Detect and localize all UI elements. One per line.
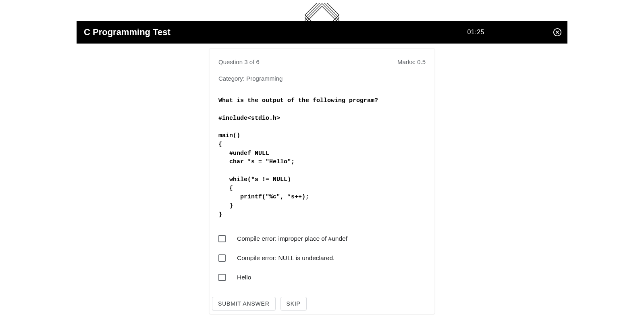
checkbox-icon[interactable] [218, 235, 226, 242]
card-footer: Submit Answer Skip [210, 293, 434, 314]
test-title: C Programming Test [77, 27, 467, 37]
answer-option[interactable]: Compile error: improper place of #undef [218, 229, 426, 248]
timer: 01:25 [467, 29, 484, 36]
checkbox-icon[interactable] [218, 274, 226, 281]
question-progress: Question 3 of 6 [218, 58, 260, 65]
option-label: Compile error: improper place of #undef [237, 235, 347, 242]
answer-options: Compile error: improper place of #undef … [218, 229, 426, 287]
skip-button[interactable]: Skip [280, 297, 307, 310]
option-label: Hello [237, 274, 251, 281]
answer-option[interactable]: Hello [218, 268, 426, 287]
question-text: What is the output of the following prog… [218, 96, 426, 219]
test-header: C Programming Test 01:25 [77, 21, 567, 44]
question-card: Question 3 of 6 Marks: 0.5 Category: Pro… [209, 48, 435, 314]
submit-answer-button[interactable]: Submit Answer [212, 297, 276, 310]
option-label: Compile error: NULL is undeclared. [237, 254, 334, 262]
close-icon[interactable] [553, 28, 562, 37]
question-category: Category: Programming [218, 75, 426, 82]
answer-option[interactable]: Compile error: NULL is undeclared. [218, 248, 426, 268]
checkbox-icon[interactable] [218, 254, 226, 262]
question-marks: Marks: 0.5 [397, 58, 426, 65]
